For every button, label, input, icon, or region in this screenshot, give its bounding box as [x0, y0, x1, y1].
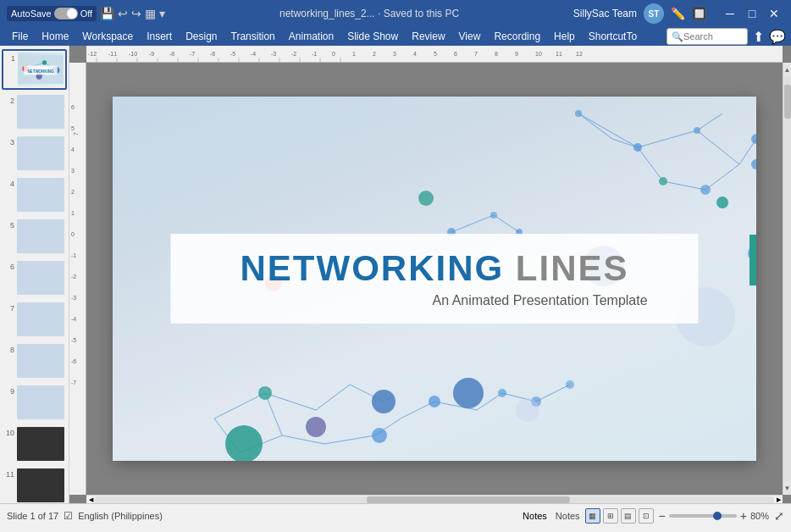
- minimize-button[interactable]: ─: [720, 3, 740, 24]
- vertical-scrollbar[interactable]: ▲ ▼: [783, 63, 791, 495]
- menu-review[interactable]: Review: [405, 29, 451, 44]
- autosave-toggle[interactable]: [54, 8, 78, 19]
- scroll-thumb[interactable]: [784, 85, 791, 119]
- presentation-mode-button[interactable]: ⊡: [639, 508, 654, 524]
- slide-thumbnail: [17, 261, 64, 295]
- menu-design[interactable]: Design: [179, 29, 224, 44]
- svg-line-77: [265, 393, 282, 435]
- svg-text:2: 2: [373, 51, 376, 57]
- svg-text:-3: -3: [71, 295, 76, 301]
- svg-line-90: [536, 385, 570, 402]
- svg-text:10: 10: [535, 51, 542, 57]
- svg-text:-3: -3: [271, 51, 276, 57]
- user-avatar[interactable]: ST: [644, 3, 664, 24]
- svg-line-74: [265, 393, 316, 410]
- notes-button[interactable]: Notes: [519, 510, 550, 522]
- status-icon: ☑: [64, 510, 73, 522]
- zoom-percent[interactable]: 80%: [750, 511, 769, 521]
- reading-view-button[interactable]: ▤: [621, 508, 636, 524]
- zoom-slider[interactable]: [669, 514, 737, 518]
- undo-icon[interactable]: ↩: [118, 7, 128, 20]
- svg-point-2: [42, 60, 47, 64]
- svg-text:1: 1: [352, 51, 356, 57]
- slide-item[interactable]: 6: [2, 258, 67, 297]
- menu-bar: File Home Workspace Insert Design Transi…: [0, 27, 791, 46]
- slide-sorter-button[interactable]: ⊞: [603, 508, 618, 524]
- zoom-knob[interactable]: [713, 512, 722, 520]
- slide-item[interactable]: 10: [2, 424, 67, 463]
- pen-icon[interactable]: ✏️: [671, 7, 685, 20]
- slide-thumbnail: [17, 344, 64, 378]
- zoom-out-button[interactable]: −: [659, 509, 666, 523]
- slide-number: 1: [5, 53, 15, 63]
- menu-home[interactable]: Home: [35, 29, 75, 44]
- svg-line-70: [705, 164, 739, 190]
- share-icon[interactable]: ⬆: [753, 29, 764, 45]
- status-bar: Slide 1 of 17 ☑ English (Philippines) No…: [0, 503, 791, 527]
- slide-number: 10: [4, 427, 14, 437]
- svg-line-92: [494, 215, 519, 232]
- slide-item[interactable]: 4: [2, 175, 67, 214]
- title-lines-text: LINES: [504, 248, 628, 288]
- slide-item[interactable]: 8: [2, 341, 67, 380]
- slide-number: 7: [4, 302, 14, 313]
- svg-text:-1: -1: [312, 51, 317, 57]
- slide-item[interactable]: 3: [2, 134, 67, 173]
- view-icons: ▦ ⊞ ▤ ⊡: [585, 508, 654, 524]
- hscroll-left-button[interactable]: ◀: [86, 496, 95, 504]
- slide-item[interactable]: 11: [2, 466, 67, 503]
- scroll-track: [783, 76, 792, 481]
- scroll-down-button[interactable]: ▼: [783, 481, 792, 495]
- svg-text:6: 6: [454, 51, 457, 57]
- autosave-badge[interactable]: AutoSave Off: [7, 6, 97, 21]
- scroll-up-button[interactable]: ▲: [783, 63, 792, 76]
- svg-text:-4: -4: [71, 316, 76, 322]
- horizontal-scrollbar[interactable]: ◀ ▶: [86, 495, 783, 503]
- menu-slideshow[interactable]: Slide Show: [340, 29, 405, 44]
- search-box[interactable]: 🔍: [667, 28, 748, 45]
- save-icon[interactable]: 💾: [100, 7, 114, 20]
- teal-accent-bar: [750, 235, 756, 285]
- svg-text:-9: -9: [149, 51, 154, 57]
- slide-thumbnail: [17, 385, 64, 419]
- canvas-area: -12-11-10 -9-8-7 -6-5-4 -3-2-1 012 345 6…: [69, 46, 791, 503]
- slide-item[interactable]: 1 NETWORKING: [2, 49, 67, 90]
- autosave-label: AutoSave: [11, 8, 52, 19]
- hscroll-thumb[interactable]: [367, 496, 571, 503]
- menu-transition[interactable]: Transition: [224, 29, 282, 44]
- menu-animation[interactable]: Animation: [282, 29, 340, 44]
- svg-point-110: [575, 110, 582, 117]
- menu-file[interactable]: File: [5, 29, 35, 44]
- slide-item[interactable]: 2: [2, 92, 67, 131]
- slide-item[interactable]: 5: [2, 217, 67, 256]
- zoom-in-button[interactable]: +: [740, 509, 747, 523]
- menu-insert[interactable]: Insert: [140, 29, 179, 44]
- svg-text:5: 5: [434, 51, 437, 57]
- restore-button[interactable]: □: [742, 3, 762, 24]
- fit-to-window-button[interactable]: ⤢: [774, 509, 784, 523]
- ribbon-toggle-icon[interactable]: 🔲: [692, 7, 706, 20]
- svg-text:-2: -2: [71, 274, 76, 280]
- slide-subtitle: An Animated Presentation Template: [204, 293, 664, 308]
- dropdown-icon[interactable]: ▾: [159, 7, 165, 20]
- menu-view[interactable]: View: [452, 29, 488, 44]
- team-label: SillySac Team: [573, 8, 637, 19]
- search-input[interactable]: [683, 31, 743, 42]
- hscroll-right-button[interactable]: ▶: [774, 496, 783, 504]
- present-icon[interactable]: ▦: [145, 7, 156, 20]
- menu-help[interactable]: Help: [547, 29, 582, 44]
- menu-workspace[interactable]: Workspace: [75, 29, 140, 44]
- svg-line-68: [638, 147, 663, 181]
- menu-shortcut[interactable]: ShortcutTo: [582, 29, 644, 44]
- svg-text:-4: -4: [251, 51, 256, 57]
- close-button[interactable]: ✕: [764, 3, 784, 24]
- redo-icon[interactable]: ↪: [131, 7, 141, 20]
- svg-text:6: 6: [71, 104, 75, 110]
- normal-view-button[interactable]: ▦: [585, 508, 600, 524]
- menu-recording[interactable]: Recording: [487, 29, 547, 44]
- comment-icon[interactable]: 💬: [769, 29, 786, 45]
- slide-item[interactable]: 9: [2, 383, 67, 422]
- slide-canvas: NETWORKING LINES An Animated Presentatio…: [86, 63, 783, 495]
- ruler-top: -12-11-10 -9-8-7 -6-5-4 -3-2-1 012 345 6…: [86, 46, 783, 63]
- slide-item[interactable]: 7: [2, 300, 67, 339]
